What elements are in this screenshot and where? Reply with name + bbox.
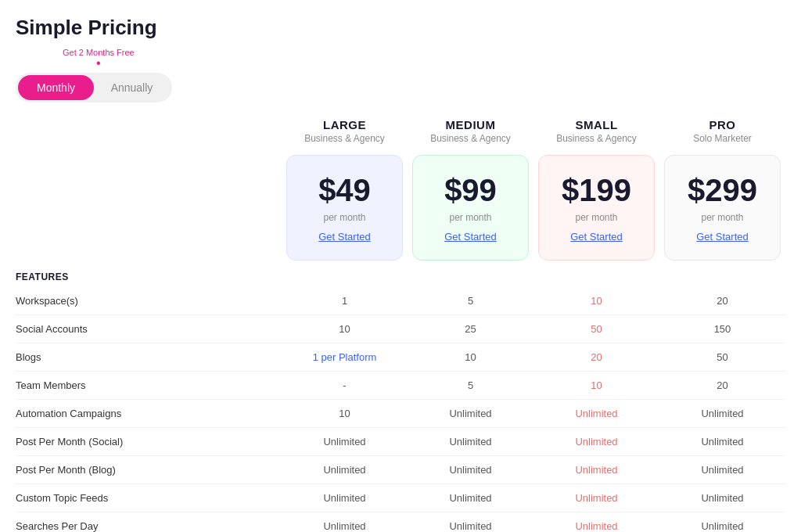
- plan-header-medium: MEDIUM Business & Agency: [408, 118, 533, 155]
- feature-7-pro: Unlimited: [282, 484, 408, 512]
- feature-5-small: Unlimited: [408, 428, 533, 456]
- feature-label-2: Blogs: [16, 343, 282, 372]
- plan-period-pro: per month: [323, 212, 365, 223]
- feature-8-pro: Unlimited: [282, 512, 408, 532]
- feature-3-pro: -: [282, 372, 408, 400]
- feature-label-6: Post Per Month (Blog): [16, 456, 282, 484]
- feature-7-large: Unlimited: [659, 484, 785, 512]
- feature-label-8: Searches Per Day: [16, 512, 282, 532]
- plan-price-pro: $49: [318, 173, 371, 207]
- plan-card-medium: $199 per month Get Started: [533, 155, 659, 261]
- feature-0-small: 5: [408, 287, 533, 315]
- feature-8-large: Unlimited: [659, 512, 785, 532]
- plan-name-small: SMALL: [541, 118, 652, 131]
- plan-cta-large[interactable]: Get Started: [696, 231, 748, 243]
- plan-cta-small[interactable]: Get Started: [444, 231, 496, 243]
- feature-label-1: Social Accounts: [16, 315, 282, 343]
- plan-card-large: $299 per month Get Started: [659, 155, 785, 261]
- feature-4-small: Unlimited: [408, 400, 533, 428]
- feature-label-0: Workspace(s): [16, 287, 282, 315]
- feature-1-pro: 10: [282, 315, 408, 343]
- feature-6-pro: Unlimited: [282, 456, 408, 484]
- feature-5-large: Unlimited: [659, 428, 785, 456]
- plan-card-small: $99 per month Get Started: [408, 155, 533, 261]
- feature-1-small: 25: [408, 315, 533, 343]
- monthly-toggle[interactable]: Monthly: [18, 75, 94, 100]
- feature-4-pro: 10: [282, 400, 408, 428]
- feature-8-small: Unlimited: [408, 512, 533, 532]
- feature-3-small: 5: [408, 372, 533, 400]
- pricing-layout: LARGE Business & Agency MEDIUM Business …: [16, 118, 785, 532]
- feature-0-pro: 1: [282, 287, 408, 315]
- plan-price-small: $99: [444, 173, 497, 207]
- feature-5-medium: Unlimited: [533, 428, 659, 456]
- feature-0-medium: 10: [533, 287, 659, 315]
- plan-price-large: $299: [688, 173, 757, 207]
- feature-2-pro: 1 per Platform: [282, 343, 408, 372]
- plan-price-medium: $199: [562, 173, 631, 207]
- features-header-spacer: [16, 118, 282, 155]
- feature-7-medium: Unlimited: [533, 484, 659, 512]
- plan-period-medium: per month: [575, 212, 617, 223]
- feature-3-large: 20: [659, 372, 785, 400]
- plan-name-pro: PRO: [667, 118, 778, 131]
- plan-card-pro: $49 per month Get Started: [282, 155, 408, 261]
- feature-2-small: 10: [408, 343, 533, 372]
- plan-name-medium: MEDIUM: [415, 118, 526, 131]
- plan-cta-medium[interactable]: Get Started: [570, 231, 622, 243]
- feature-6-medium: Unlimited: [533, 456, 659, 484]
- feature-label-4: Automation Campaigns: [16, 400, 282, 428]
- plan-name-large: LARGE: [289, 118, 400, 131]
- billing-toggle[interactable]: Monthly Annually: [16, 73, 172, 102]
- feature-label-5: Post Per Month (Social): [16, 428, 282, 456]
- plan-subtitle-large: Business & Agency: [289, 133, 400, 144]
- feature-7-small: Unlimited: [408, 484, 533, 512]
- feature-5-pro: Unlimited: [282, 428, 408, 456]
- features-label-pad3: [533, 261, 659, 287]
- plan-subtitle-small: Business & Agency: [541, 133, 652, 144]
- features-label-pad2: [408, 261, 533, 287]
- plan-subtitle-medium: Business & Agency: [415, 133, 526, 144]
- feature-8-medium: Unlimited: [533, 512, 659, 532]
- features-label-pad4: [659, 261, 785, 287]
- plan-period-small: per month: [449, 212, 491, 223]
- plan-header-pro: PRO Solo Marketer: [659, 118, 785, 155]
- features-section-label: FEATURES: [16, 261, 282, 287]
- feature-6-large: Unlimited: [659, 456, 785, 484]
- plan-header-large: LARGE Business & Agency: [282, 118, 408, 155]
- feature-1-medium: 50: [533, 315, 659, 343]
- feature-1-large: 150: [659, 315, 785, 343]
- feature-3-medium: 10: [533, 372, 659, 400]
- feature-label-3: Team Members: [16, 372, 282, 400]
- feature-label-7: Custom Topic Feeds: [16, 484, 282, 512]
- plan-period-large: per month: [701, 212, 743, 223]
- billing-toggle-section: Get 2 Months Free Monthly Annually: [16, 48, 785, 102]
- plan-cta-pro[interactable]: Get Started: [318, 231, 370, 243]
- promo-text: Get 2 Months Free: [63, 48, 135, 70]
- feature-2-medium: 20: [533, 343, 659, 372]
- plan-subtitle-pro: Solo Marketer: [667, 133, 778, 144]
- feature-4-large: Unlimited: [659, 400, 785, 428]
- page-title: Simple Pricing: [16, 16, 785, 40]
- feature-0-large: 20: [659, 287, 785, 315]
- feature-6-small: Unlimited: [408, 456, 533, 484]
- feature-2-large: 50: [659, 343, 785, 372]
- plan-header-small: SMALL Business & Agency: [533, 118, 659, 155]
- features-label-pad1: [282, 261, 408, 287]
- feature-4-medium: Unlimited: [533, 400, 659, 428]
- cards-spacer: [16, 155, 282, 261]
- annually-toggle[interactable]: Annually: [94, 75, 170, 100]
